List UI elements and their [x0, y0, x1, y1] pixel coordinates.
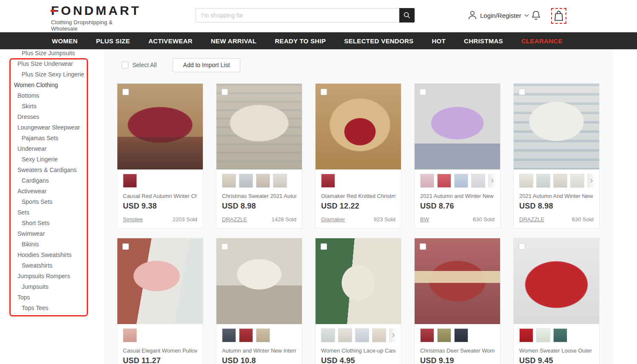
- sidebar-category-item[interactable]: Activewear: [14, 186, 99, 197]
- thumbnail[interactable]: [553, 328, 567, 342]
- product-checkbox[interactable]: [222, 89, 228, 95]
- product-checkbox[interactable]: [420, 89, 426, 95]
- thumbnail[interactable]: [222, 174, 236, 188]
- product-image[interactable]: [316, 84, 401, 169]
- sidebar-category-item[interactable]: Sexy Lingerie: [14, 154, 99, 165]
- product-title[interactable]: 2021 Autumn And Winter New ...: [519, 193, 594, 199]
- product-card[interactable]: Causal Red Autumn Winter Chri... USD 9.3…: [117, 83, 203, 229]
- thumbnail[interactable]: [273, 174, 287, 188]
- product-image[interactable]: [216, 238, 302, 324]
- product-image[interactable]: [514, 238, 599, 324]
- thumbnails-next-icon[interactable]: ›: [389, 328, 398, 342]
- thumbnails-next-icon[interactable]: ›: [488, 174, 497, 188]
- vendor-link[interactable]: DRAZZLE: [222, 216, 247, 223]
- vendor-link[interactable]: BW: [420, 216, 429, 223]
- thumbnail[interactable]: [437, 174, 451, 188]
- product-card[interactable]: › Women Clothing Lace-up Casu... USD 4.9…: [315, 238, 401, 364]
- product-image[interactable]: [316, 238, 401, 324]
- thumbnail[interactable]: [222, 328, 236, 342]
- sidebar-category-item[interactable]: Underwear: [14, 144, 99, 154]
- search-button[interactable]: [399, 8, 415, 23]
- product-title[interactable]: 2021 Autumn and Winter New ...: [420, 193, 495, 199]
- product-title[interactable]: Christmas Sweater 2021 Autum...: [222, 193, 296, 199]
- product-image[interactable]: [117, 238, 203, 324]
- sidebar-category-item[interactable]: Plus Size Sexy Lingerie: [14, 69, 99, 80]
- thumbnail[interactable]: [420, 328, 434, 342]
- thumbnail[interactable]: [239, 174, 253, 188]
- add-to-import-list-button[interactable]: Add to Import List: [173, 58, 241, 72]
- product-title[interactable]: Casual Elegant Women Pullover...: [123, 347, 197, 354]
- thumbnail[interactable]: [256, 174, 270, 188]
- thumbnail[interactable]: [372, 328, 386, 342]
- thumbnail[interactable]: [471, 174, 485, 188]
- thumbnail[interactable]: [454, 328, 468, 342]
- thumbnail[interactable]: [321, 174, 335, 188]
- product-card[interactable]: Glamaker Red Knitted Christma... USD 12.…: [315, 83, 401, 229]
- product-image[interactable]: [216, 84, 302, 169]
- nav-item[interactable]: ACTIVEWEAR: [148, 37, 193, 45]
- vendor-link[interactable]: Glamaker: [321, 216, 345, 223]
- product-card[interactable]: Autumn and Winter New Intern... USD 10.8: [216, 238, 302, 364]
- product-card[interactable]: Women Sweater Loose Outer W... USD 9.45: [513, 238, 600, 364]
- product-title[interactable]: Autumn and Winter New Intern...: [222, 347, 296, 354]
- product-image[interactable]: [514, 84, 599, 169]
- sidebar-category-item[interactable]: Sweatshirts: [14, 260, 99, 271]
- product-title[interactable]: Christmas Deer Sweater Wome...: [420, 347, 495, 354]
- product-title[interactable]: Women Sweater Loose Outer W...: [519, 347, 594, 354]
- nav-item[interactable]: NEW ARRIVAL: [211, 37, 256, 45]
- product-checkbox[interactable]: [222, 243, 228, 250]
- thumbnail[interactable]: [355, 328, 369, 342]
- notifications-bell[interactable]: [531, 10, 541, 21]
- sidebar-category-item[interactable]: Dresses: [14, 112, 99, 122]
- sidebar-category-item[interactable]: Loungewear Sleepwear: [14, 122, 99, 133]
- thumbnail[interactable]: [338, 328, 352, 342]
- thumbnail[interactable]: [454, 174, 468, 188]
- product-checkbox[interactable]: [122, 243, 129, 250]
- thumbnail[interactable]: [420, 174, 434, 188]
- thumbnail[interactable]: [437, 328, 451, 342]
- sidebar-category-item[interactable]: Women Clothing: [14, 80, 99, 90]
- product-card[interactable]: › 2021 Autumn and Winter New ... USD 8.7…: [414, 83, 500, 229]
- sidebar-category-item[interactable]: Sets: [14, 207, 99, 218]
- sidebar-category-item[interactable]: Bikinis: [14, 239, 99, 250]
- nav-item[interactable]: PLUS SIZE: [96, 37, 130, 45]
- thumbnails-next-icon[interactable]: ›: [587, 174, 596, 188]
- vendor-link[interactable]: DRAZZLE: [519, 216, 544, 223]
- nav-item[interactable]: READY TO SHIP: [275, 37, 326, 45]
- sidebar-category-item[interactable]: Jumpsuits Rompers: [14, 271, 99, 282]
- product-checkbox[interactable]: [519, 89, 525, 95]
- thumbnail[interactable]: [570, 174, 584, 188]
- sidebar-category-item[interactable]: Pajamas Sets: [14, 133, 99, 144]
- thumbnail[interactable]: [519, 328, 533, 342]
- sidebar-category-item[interactable]: Skirts: [14, 101, 99, 112]
- sidebar-category-item[interactable]: Tops: [14, 292, 99, 303]
- product-image[interactable]: [117, 84, 203, 169]
- thumbnail[interactable]: [536, 174, 550, 188]
- nav-item[interactable]: SELECTED VENDORS: [344, 37, 413, 45]
- sidebar-category-item[interactable]: Hoodies Sweatshirts: [14, 250, 99, 260]
- nav-item[interactable]: WOMEN: [52, 37, 78, 45]
- product-title[interactable]: Causal Red Autumn Winter Chri...: [123, 193, 197, 199]
- sidebar-category-item[interactable]: Sweaters & Cardigans: [14, 165, 99, 175]
- thumbnail[interactable]: [321, 328, 335, 342]
- thumbnail[interactable]: [239, 328, 253, 342]
- product-checkbox[interactable]: [321, 89, 327, 95]
- product-card[interactable]: Christmas Sweater 2021 Autum... USD 8.98…: [216, 83, 302, 229]
- product-title[interactable]: Glamaker Red Knitted Christma...: [321, 193, 395, 199]
- sidebar-category-item[interactable]: Jumpsuits: [14, 282, 99, 292]
- sidebar-category-item[interactable]: Cardigans: [14, 175, 99, 186]
- product-checkbox[interactable]: [122, 89, 129, 95]
- product-card[interactable]: Casual Elegant Women Pullover... USD 11.…: [117, 238, 203, 364]
- nav-item[interactable]: HOT: [432, 37, 446, 45]
- sidebar-category-item[interactable]: Sports Sets: [14, 197, 99, 207]
- nav-item[interactable]: CLEARANCE: [521, 37, 563, 45]
- sidebar-category-item[interactable]: Tops Tees: [14, 303, 99, 313]
- search-input[interactable]: [196, 8, 399, 23]
- vendor-link[interactable]: Simplee: [123, 216, 143, 223]
- select-all-checkbox[interactable]: [122, 62, 128, 68]
- cart-bag-icon[interactable]: [554, 10, 564, 22]
- product-checkbox[interactable]: [420, 243, 426, 250]
- thumbnail[interactable]: [256, 328, 270, 342]
- product-checkbox[interactable]: [519, 243, 525, 250]
- thumbnail[interactable]: [536, 328, 550, 342]
